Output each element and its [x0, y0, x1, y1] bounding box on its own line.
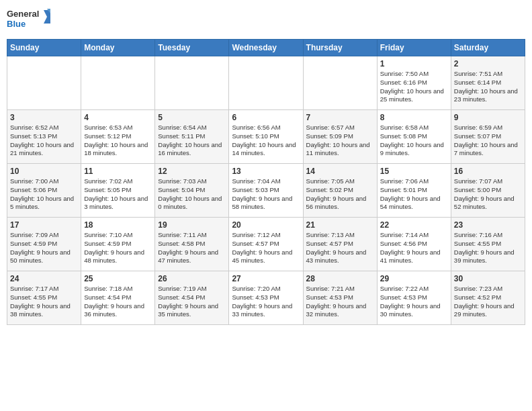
- day-number: 20: [232, 220, 300, 230]
- calendar-header-row: SundayMondayTuesdayWednesdayThursdayFrid…: [7, 40, 525, 56]
- calendar-cell: 10Sunrise: 7:00 AM Sunset: 5:06 PM Dayli…: [7, 164, 81, 218]
- svg-text:General: General: [7, 9, 39, 19]
- day-info: Sunrise: 7:50 AM Sunset: 6:16 PM Dayligh…: [380, 70, 448, 104]
- day-number: 23: [454, 220, 522, 230]
- calendar-cell: 18Sunrise: 7:10 AM Sunset: 4:59 PM Dayli…: [81, 218, 155, 271]
- calendar-cell: [81, 56, 155, 110]
- calendar-cell: 21Sunrise: 7:13 AM Sunset: 4:57 PM Dayli…: [303, 218, 377, 271]
- calendar-cell: 14Sunrise: 7:05 AM Sunset: 5:02 PM Dayli…: [303, 164, 377, 218]
- day-info: Sunrise: 6:53 AM Sunset: 5:12 PM Dayligh…: [84, 124, 152, 158]
- calendar-week-1: 1Sunrise: 7:50 AM Sunset: 6:16 PM Daylig…: [7, 56, 525, 110]
- day-number: 15: [380, 167, 448, 176]
- day-number: 3: [10, 113, 78, 122]
- day-info: Sunrise: 6:54 AM Sunset: 5:11 PM Dayligh…: [158, 124, 226, 158]
- day-info: Sunrise: 7:11 AM Sunset: 4:58 PM Dayligh…: [158, 231, 226, 265]
- day-number: 7: [306, 113, 374, 122]
- calendar-table: SundayMondayTuesdayWednesdayThursdayFrid…: [7, 39, 525, 325]
- day-info: Sunrise: 7:10 AM Sunset: 4:59 PM Dayligh…: [84, 231, 152, 265]
- logo: General Blue: [7, 7, 54, 35]
- day-number: 21: [306, 220, 374, 230]
- day-number: 6: [232, 113, 300, 122]
- calendar-cell: 1Sunrise: 7:50 AM Sunset: 6:16 PM Daylig…: [377, 56, 451, 110]
- day-number: 22: [380, 220, 448, 230]
- day-number: 9: [454, 113, 522, 122]
- day-info: Sunrise: 7:19 AM Sunset: 4:54 PM Dayligh…: [158, 285, 226, 319]
- svg-marker-2: [44, 10, 50, 24]
- day-number: 5: [158, 113, 226, 122]
- day-info: Sunrise: 7:05 AM Sunset: 5:02 PM Dayligh…: [306, 177, 374, 212]
- header-thursday: Thursday: [303, 40, 377, 56]
- calendar-week-3: 10Sunrise: 7:00 AM Sunset: 5:06 PM Dayli…: [7, 164, 525, 218]
- day-info: Sunrise: 6:57 AM Sunset: 5:09 PM Dayligh…: [306, 124, 374, 158]
- day-number: 2: [454, 59, 522, 68]
- day-info: Sunrise: 7:12 AM Sunset: 4:57 PM Dayligh…: [232, 231, 300, 265]
- day-number: 26: [158, 274, 226, 283]
- day-number: 30: [454, 274, 522, 283]
- day-info: Sunrise: 7:00 AM Sunset: 5:06 PM Dayligh…: [10, 177, 78, 212]
- calendar-cell: 15Sunrise: 7:06 AM Sunset: 5:01 PM Dayli…: [377, 164, 451, 218]
- day-info: Sunrise: 7:18 AM Sunset: 4:54 PM Dayligh…: [84, 285, 152, 319]
- calendar-cell: 23Sunrise: 7:16 AM Sunset: 4:55 PM Dayli…: [451, 218, 525, 271]
- day-info: Sunrise: 6:59 AM Sunset: 5:07 PM Dayligh…: [454, 124, 522, 158]
- logo-icon: General Blue: [7, 7, 54, 35]
- calendar-cell: 9Sunrise: 6:59 AM Sunset: 5:07 PM Daylig…: [451, 110, 525, 164]
- day-info: Sunrise: 7:21 AM Sunset: 4:53 PM Dayligh…: [306, 285, 374, 319]
- calendar-week-2: 3Sunrise: 6:52 AM Sunset: 5:13 PM Daylig…: [7, 110, 525, 164]
- day-info: Sunrise: 7:04 AM Sunset: 5:03 PM Dayligh…: [232, 177, 300, 212]
- calendar-cell: 28Sunrise: 7:21 AM Sunset: 4:53 PM Dayli…: [303, 271, 377, 325]
- calendar-cell: 7Sunrise: 6:57 AM Sunset: 5:09 PM Daylig…: [303, 110, 377, 164]
- calendar-cell: 24Sunrise: 7:17 AM Sunset: 4:55 PM Dayli…: [7, 271, 81, 325]
- day-number: 13: [232, 167, 300, 176]
- calendar-cell: 30Sunrise: 7:23 AM Sunset: 4:52 PM Dayli…: [451, 271, 525, 325]
- calendar-week-4: 17Sunrise: 7:09 AM Sunset: 4:59 PM Dayli…: [7, 218, 525, 271]
- calendar-cell: 20Sunrise: 7:12 AM Sunset: 4:57 PM Dayli…: [229, 218, 303, 271]
- calendar-cell: 11Sunrise: 7:02 AM Sunset: 5:05 PM Dayli…: [81, 164, 155, 218]
- day-info: Sunrise: 7:20 AM Sunset: 4:53 PM Dayligh…: [232, 285, 300, 319]
- day-info: Sunrise: 7:09 AM Sunset: 4:59 PM Dayligh…: [10, 231, 78, 265]
- day-number: 18: [84, 220, 152, 230]
- day-info: Sunrise: 7:03 AM Sunset: 5:04 PM Dayligh…: [158, 177, 226, 212]
- calendar-cell: 26Sunrise: 7:19 AM Sunset: 4:54 PM Dayli…: [155, 271, 229, 325]
- calendar-cell: [229, 56, 303, 110]
- day-info: Sunrise: 6:58 AM Sunset: 5:08 PM Dayligh…: [380, 124, 448, 158]
- header-saturday: Saturday: [451, 40, 525, 56]
- day-info: Sunrise: 6:56 AM Sunset: 5:10 PM Dayligh…: [232, 124, 300, 158]
- day-info: Sunrise: 7:22 AM Sunset: 4:53 PM Dayligh…: [380, 285, 448, 319]
- calendar-cell: 8Sunrise: 6:58 AM Sunset: 5:08 PM Daylig…: [377, 110, 451, 164]
- day-info: Sunrise: 6:52 AM Sunset: 5:13 PM Dayligh…: [10, 124, 78, 158]
- day-info: Sunrise: 7:07 AM Sunset: 5:00 PM Dayligh…: [454, 177, 522, 212]
- header-monday: Monday: [81, 40, 155, 56]
- day-number: 17: [10, 220, 78, 230]
- day-number: 1: [380, 59, 448, 68]
- day-info: Sunrise: 7:13 AM Sunset: 4:57 PM Dayligh…: [306, 231, 374, 265]
- day-info: Sunrise: 7:06 AM Sunset: 5:01 PM Dayligh…: [380, 177, 448, 212]
- calendar-cell: 25Sunrise: 7:18 AM Sunset: 4:54 PM Dayli…: [81, 271, 155, 325]
- day-info: Sunrise: 7:02 AM Sunset: 5:05 PM Dayligh…: [84, 177, 152, 212]
- day-number: 29: [380, 274, 448, 283]
- day-number: 28: [306, 274, 374, 283]
- calendar-cell: 17Sunrise: 7:09 AM Sunset: 4:59 PM Dayli…: [7, 218, 81, 271]
- day-info: Sunrise: 7:23 AM Sunset: 4:52 PM Dayligh…: [454, 285, 522, 319]
- day-info: Sunrise: 7:51 AM Sunset: 6:14 PM Dayligh…: [454, 70, 522, 104]
- calendar-cell: 4Sunrise: 6:53 AM Sunset: 5:12 PM Daylig…: [81, 110, 155, 164]
- header-wednesday: Wednesday: [229, 40, 303, 56]
- page-header: General Blue: [7, 7, 525, 35]
- calendar-cell: 2Sunrise: 7:51 AM Sunset: 6:14 PM Daylig…: [451, 56, 525, 110]
- calendar-cell: 13Sunrise: 7:04 AM Sunset: 5:03 PM Dayli…: [229, 164, 303, 218]
- calendar-cell: 3Sunrise: 6:52 AM Sunset: 5:13 PM Daylig…: [7, 110, 81, 164]
- calendar-cell: 22Sunrise: 7:14 AM Sunset: 4:56 PM Dayli…: [377, 218, 451, 271]
- calendar-cell: [155, 56, 229, 110]
- day-number: 12: [158, 167, 226, 176]
- calendar-cell: 19Sunrise: 7:11 AM Sunset: 4:58 PM Dayli…: [155, 218, 229, 271]
- calendar-cell: 5Sunrise: 6:54 AM Sunset: 5:11 PM Daylig…: [155, 110, 229, 164]
- day-number: 14: [306, 167, 374, 176]
- header-tuesday: Tuesday: [155, 40, 229, 56]
- day-number: 4: [84, 113, 152, 122]
- day-number: 16: [454, 167, 522, 176]
- day-info: Sunrise: 7:16 AM Sunset: 4:55 PM Dayligh…: [454, 231, 522, 265]
- day-info: Sunrise: 7:17 AM Sunset: 4:55 PM Dayligh…: [10, 285, 78, 319]
- calendar-cell: 16Sunrise: 7:07 AM Sunset: 5:00 PM Dayli…: [451, 164, 525, 218]
- day-number: 8: [380, 113, 448, 122]
- calendar-cell: [7, 56, 81, 110]
- day-number: 10: [10, 167, 78, 176]
